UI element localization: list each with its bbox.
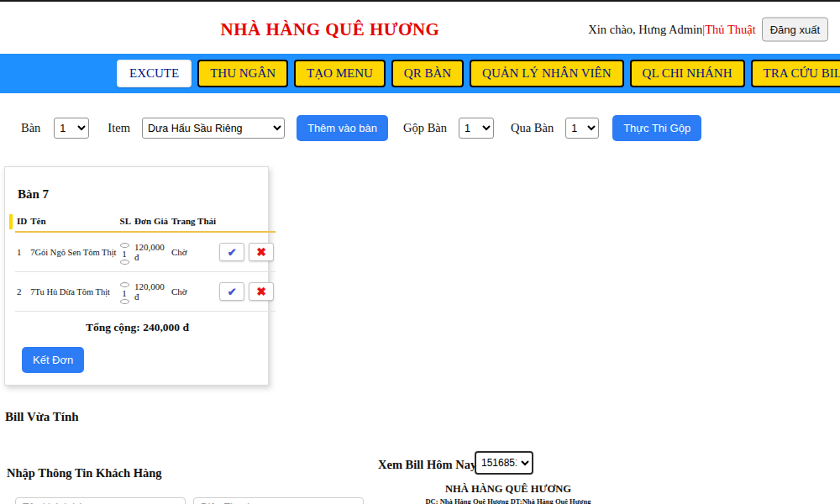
column-header-actions [218,214,276,232]
table-label: Bàn [21,121,40,135]
item-name-cell: 7Gói Ngô Sen Tôm Thịt [29,232,118,272]
phone-input[interactable] [193,497,364,504]
nav-item-excute[interactable]: EXCUTE [117,60,192,87]
status-cell: Chờ [170,272,218,312]
spinner-down-icon[interactable] [120,299,129,304]
order-card-title: Bàn 7 [18,187,260,202]
row-actions: ✔ ✖ [219,243,274,261]
bill-heading: Bill Vừa Tính [5,410,840,424]
receipt-title: NHÀ HÀNG QUÊ HƯƠNG [378,483,638,496]
tips-link[interactable]: |Thủ Thuật [702,23,755,37]
spinner-down-icon[interactable] [120,260,129,265]
column-header-name: Tên [29,214,118,232]
item-label: Item [108,121,130,135]
merge-table-select[interactable]: 1 [459,118,494,139]
quantity-value: 1 [122,288,127,298]
nav-item-qr-ban[interactable]: QR BÀN [391,60,464,87]
page-title: NHÀ HÀNG QUÊ HƯƠNG [221,19,440,40]
order-id-cell: 2 [15,272,29,312]
greeting-text: Xin chào, Hưng Admin [588,23,702,37]
customer-form-heading: Nhập Thông Tin Khách Hàng [7,466,162,480]
delete-button[interactable]: ✖ [249,243,274,261]
order-table-header-row: ID Tên SL Đơn Giá Trang Thái [15,214,276,232]
controls-row: Bàn 1 Item Dưa Hấu Sầu Riêng Thêm vào bà… [21,115,840,141]
confirm-button[interactable]: ✔ [219,243,244,261]
table-row: 2 7Tu Hủ Dừa Tôm Thịt 1 120,000 đ Chờ ✔ [15,272,276,312]
logout-button[interactable]: Đăng xuất [762,18,828,42]
item-name-cell: 7Tu Hủ Dừa Tôm Thịt [29,272,118,312]
nav-item-tao-menu[interactable]: TẠO MENU [294,60,386,87]
quantity-value: 1 [122,249,127,259]
spinner-up-icon[interactable] [120,282,129,287]
quantity-stepper[interactable]: 1 [120,282,129,304]
execute-merge-button[interactable]: Thực Thi Gộp [612,115,701,141]
user-area: Xin chào, Hưng Admin |Thủ Thuật Đăng xuấ… [588,18,828,42]
target-table-select[interactable]: 1 [565,118,599,139]
merge-table-label: Gộp Bàn [403,121,447,135]
row-actions: ✔ ✖ [219,282,274,301]
column-header-qty: SL [118,214,133,232]
view-bill-label: Xem Bill Hôm Nay : [378,458,484,472]
header: NHÀ HÀNG QUÊ HƯƠNG Xin chào, Hưng Admin … [0,2,840,54]
status-cell: Chờ [170,232,218,272]
order-id-cell: 1 [15,232,29,272]
check-icon: ✔ [228,246,237,259]
delete-button[interactable]: ✖ [249,282,274,301]
add-to-table-button[interactable]: Thêm vào bàn [297,115,388,141]
x-icon: ✖ [256,245,266,259]
receipt: NHÀ HÀNG QUÊ HƯƠNG DC: Nhà Hàng Quê Hươn… [378,483,638,504]
check-icon: ✔ [228,286,237,298]
confirm-button[interactable]: ✔ [219,282,244,301]
column-header-status: Trang Thái [170,214,218,232]
spinner-up-icon[interactable] [120,243,129,248]
price-cell: 120,000 đ [133,272,170,312]
order-table: ID Tên SL Đơn Giá Trang Thái 1 7Gói Ngô … [15,214,276,312]
column-header-price: Đơn Giá [133,214,170,232]
quantity-stepper[interactable]: 1 [120,243,129,265]
nav-item-tra-cuu-bill[interactable]: TRA CỨU BILL [751,60,840,87]
checkout-button[interactable]: Kết Đơn [22,347,84,373]
bill-section: Nhập Thông Tin Khách Hàng Xem Bill Hôm N… [0,433,840,504]
target-table-label: Qua Bàn [511,121,554,135]
receipt-address-line: DC: Nhà Hàng Quê Hương DT:Nhà Hàng Quê H… [378,497,638,504]
customer-name-input[interactable] [15,497,186,504]
nav-item-quan-ly-nhan-vien[interactable]: QUẢN LÝ NHÂN VIÊN [470,60,623,87]
page: NHÀ HÀNG QUÊ HƯƠNG Xin chào, Hưng Admin … [0,0,840,504]
table-select[interactable]: 1 [54,118,89,139]
nav-item-ql-chi-nhanh[interactable]: QL CHI NHÁNH [630,60,745,87]
bill-select[interactable]: 15168510 [475,451,533,475]
order-total: Tổng cộng: 240,000 đ [15,321,260,334]
x-icon: ✖ [256,285,266,298]
nav-item-thu-ngan[interactable]: THU NGÂN [197,60,288,87]
column-header-id: ID [15,214,29,232]
price-cell: 120,000 đ [133,232,170,272]
main-nav: EXCUTE THU NGÂN TẠO MENU QR BÀN QUẢN LÝ … [0,54,840,93]
table-row: 1 7Gói Ngô Sen Tôm Thịt 1 120,000 đ Chờ [15,232,276,272]
item-select[interactable]: Dưa Hấu Sầu Riêng [142,118,285,139]
order-card: Bàn 7 ID Tên SL Đơn Giá Trang Thái 1 7Gó… [4,166,269,386]
